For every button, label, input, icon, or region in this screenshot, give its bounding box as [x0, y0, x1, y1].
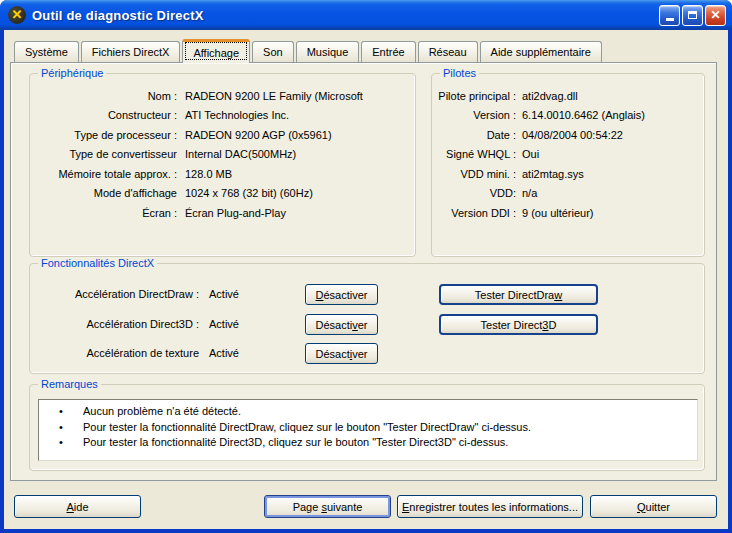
dxdiag-app-icon: ✕: [8, 6, 26, 24]
note-item: •Aucun problème n'a été détecté.: [39, 404, 697, 420]
device-row-constructeur: Constructeur :ATI Technologies Inc.: [30, 106, 411, 126]
window-title: Outil de diagnostic DirectX: [32, 8, 659, 23]
disable-direct3d-button[interactable]: Désactiver: [305, 314, 378, 335]
window-controls: ✕: [659, 5, 726, 26]
test-direct3d-button[interactable]: Tester Direct3D: [439, 314, 598, 335]
minimize-button[interactable]: [659, 5, 680, 26]
driver-row-vdd: VDD:n/a: [432, 184, 700, 204]
tab-son[interactable]: Son: [252, 41, 294, 62]
note-item: •Pour tester la fonctionnalité Direct3D,…: [39, 435, 697, 451]
tab-affichage[interactable]: Affichage: [182, 39, 250, 63]
driver-row-vdd-mini: VDD mini. :ati2mtag.sys: [432, 164, 700, 184]
tab-systeme[interactable]: Système: [14, 41, 79, 62]
dxdiag-window: ✕ Outil de diagnostic DirectX ✕ Système …: [0, 0, 732, 533]
device-row-nom: Nom :RADEON 9200 LE Family (Microsoft: [30, 86, 411, 106]
group-peripherique: Périphérique Nom :RADEON 9200 LE Family …: [29, 73, 416, 257]
help-button[interactable]: Aide: [14, 495, 141, 518]
group-fonctionnalites: Fonctionnalités DirectX Accélération Dir…: [29, 263, 705, 374]
tab-bar: Système Fichiers DirectX Affichage Son M…: [14, 38, 604, 62]
maximize-button[interactable]: [682, 5, 703, 26]
tab-entree[interactable]: Entrée: [361, 41, 415, 62]
directdraw-status: Activé: [209, 288, 239, 300]
feature-row-texture: Accélération de texture Activé Désactive…: [30, 343, 696, 364]
driver-info-list: Pilote principal :ati2dvag.dll Version :…: [432, 86, 700, 223]
bullet-icon: •: [39, 435, 83, 451]
dialog-body: Système Fichiers DirectX Affichage Son M…: [4, 30, 728, 529]
tab-musique[interactable]: Musique: [296, 41, 360, 62]
device-row-memoire: Mémoire totale approx. :128.0 MB: [30, 164, 411, 184]
group-remarques: Remarques •Aucun problème n'a été détect…: [29, 384, 705, 471]
note-item: •Pour tester la fonctionnalité DirectDra…: [39, 420, 697, 436]
device-row-mode-affichage: Mode d'affichage1024 x 768 (32 bit) (60H…: [30, 184, 411, 204]
group-pilotes: Pilotes Pilote principal :ati2dvag.dll V…: [431, 73, 705, 257]
driver-row-date: Date :04/08/2004 00:54:22: [432, 125, 700, 145]
feature-row-direct3d: Accélération Direct3D : Activé Désactive…: [30, 314, 696, 335]
driver-row-principal: Pilote principal :ati2dvag.dll: [432, 86, 700, 106]
disable-directdraw-button[interactable]: Désactiver: [305, 284, 378, 305]
device-row-processeur: Type de processeur :RADEON 9200 AGP (0x5…: [30, 125, 411, 145]
next-page-button[interactable]: Page suivante: [264, 495, 391, 518]
maximize-icon: [688, 11, 697, 19]
bullet-icon: •: [39, 420, 83, 436]
device-info-list: Nom :RADEON 9200 LE Family (Microsoft Co…: [30, 86, 411, 223]
direct3d-status: Activé: [209, 318, 239, 330]
titlebar[interactable]: ✕ Outil de diagnostic DirectX ✕: [0, 0, 732, 30]
device-row-ecran: Écran :Écran Plug-and-Play: [30, 203, 411, 223]
test-directdraw-button[interactable]: Tester DirectDraw: [439, 284, 598, 305]
tab-reseau[interactable]: Réseau: [418, 41, 478, 62]
disable-texture-button[interactable]: Désactiver: [305, 343, 378, 364]
minimize-icon: [666, 18, 674, 21]
group-peripherique-title: Périphérique: [38, 67, 106, 80]
group-remarques-title: Remarques: [38, 378, 101, 391]
group-fonctionnalites-title: Fonctionnalités DirectX: [38, 257, 157, 270]
driver-row-version: Version :6.14.0010.6462 (Anglais): [432, 106, 700, 126]
texture-status: Activé: [209, 347, 239, 359]
device-row-convertisseur: Type de convertisseurInternal DAC(500MHz…: [30, 145, 411, 165]
tab-page-affichage: Périphérique Nom :RADEON 9200 LE Family …: [10, 62, 717, 481]
bullet-icon: •: [39, 404, 83, 420]
feature-row-directdraw: Accélération DirectDraw : Activé Désacti…: [30, 284, 696, 305]
save-info-button[interactable]: Enregistrer toutes les informations...: [397, 495, 583, 518]
quit-button[interactable]: Quitter: [590, 495, 717, 518]
driver-row-ddi: Version DDI :9 (ou ultérieur): [432, 203, 700, 223]
group-pilotes-title: Pilotes: [440, 67, 479, 80]
tab-aide-supplementaire[interactable]: Aide supplémentaire: [480, 41, 602, 62]
driver-row-whql: Signé WHQL :Oui: [432, 145, 700, 165]
close-button[interactable]: ✕: [705, 5, 726, 26]
notes-box[interactable]: •Aucun problème n'a été détecté. •Pour t…: [38, 399, 698, 461]
tab-fichiers-directx[interactable]: Fichiers DirectX: [81, 41, 181, 62]
